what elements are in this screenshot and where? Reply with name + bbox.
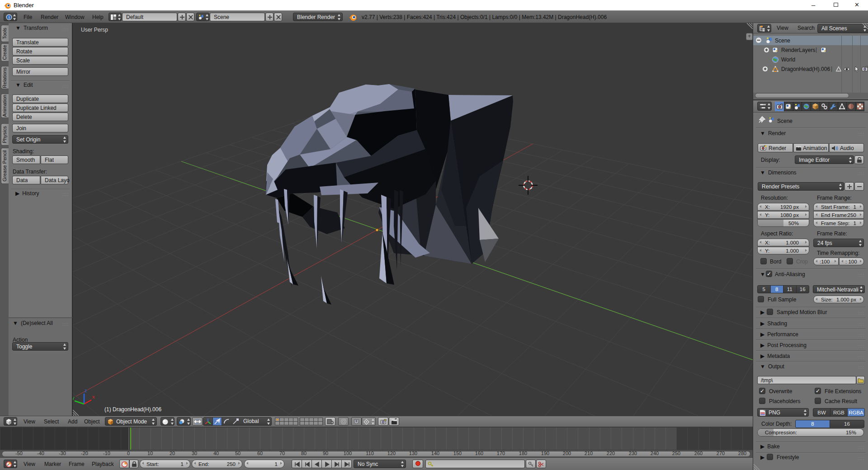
svg-text:(1) DragonHead(H).006: (1) DragonHead(H).006 bbox=[104, 406, 161, 413]
svg-text:z: z bbox=[85, 388, 87, 393]
svg-text:y: y bbox=[73, 395, 75, 400]
svg-text:i: i bbox=[9, 15, 9, 20]
svg-text:User Persp: User Persp bbox=[81, 27, 108, 33]
svg-text:x: x bbox=[92, 394, 95, 400]
